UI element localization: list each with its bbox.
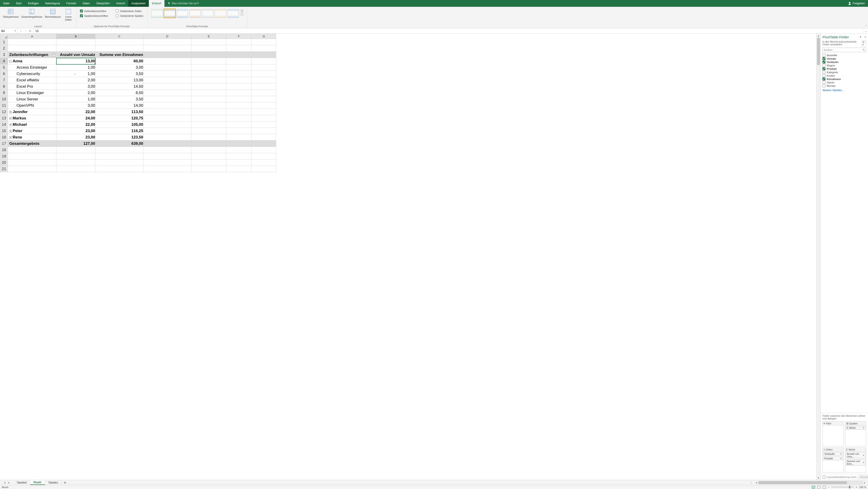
cell-B13[interactable]: 24,00 <box>56 115 95 121</box>
field-umsatz[interactable]: Umsatz <box>823 57 866 60</box>
cell-A3[interactable]: Zeilenbeschriftungen▼ <box>8 52 56 58</box>
area-item[interactable]: Verkäufer▼ <box>823 452 843 456</box>
cell-G15[interactable] <box>252 128 276 134</box>
cell-D19[interactable] <box>144 153 191 159</box>
expand-toggle[interactable]: + <box>9 111 12 113</box>
cell-A5[interactable]: Access Einsteiger <box>8 64 56 71</box>
cell-D4[interactable] <box>144 58 191 64</box>
row-header-3[interactable]: 3 <box>0 52 8 58</box>
cell-F21[interactable] <box>226 166 252 172</box>
cell-B5[interactable]: 1,00 <box>56 64 95 71</box>
style-thumb-selected[interactable] <box>164 9 175 18</box>
cell-B19[interactable] <box>56 153 95 159</box>
column-header-D[interactable]: D <box>144 34 191 39</box>
cell-C2[interactable] <box>95 45 144 52</box>
ribbon-tab-ansicht[interactable]: Ansicht <box>113 0 128 7</box>
view-pagebreak-button[interactable] <box>823 486 826 489</box>
field-bestellnr[interactable]: BestellNr <box>823 54 866 57</box>
expand-toggle[interactable]: - <box>9 60 12 63</box>
formula-input[interactable]: 13 <box>33 28 864 34</box>
cell-G17[interactable] <box>252 141 276 147</box>
cell-F10[interactable] <box>226 96 252 102</box>
cell-E15[interactable] <box>191 128 226 134</box>
cell-E13[interactable] <box>191 115 226 121</box>
row-header-7[interactable]: 7 <box>0 77 8 83</box>
cell-F4[interactable] <box>226 58 252 64</box>
cell-E21[interactable] <box>191 166 226 172</box>
cell-E16[interactable] <box>191 134 226 141</box>
cell-A2[interactable] <box>8 45 56 52</box>
cell-E20[interactable] <box>191 159 226 166</box>
zoom-in-button[interactable]: + <box>856 486 857 489</box>
row-header-11[interactable]: 11 <box>0 102 8 109</box>
cell-D5[interactable] <box>144 64 191 71</box>
cell-A18[interactable] <box>8 147 56 153</box>
formula-bar-expand[interactable]: ⌄ <box>864 28 868 34</box>
cell-D21[interactable] <box>144 166 191 172</box>
ribbon-tab-daten[interactable]: Daten <box>80 0 93 7</box>
cell-A20[interactable] <box>8 159 56 166</box>
cell-D6[interactable] <box>144 71 191 77</box>
cell-C10[interactable]: 3,50 <box>95 96 144 102</box>
cell-C19[interactable] <box>95 153 144 159</box>
cell-F7[interactable] <box>226 77 252 83</box>
col-headers-checkbox[interactable]: Spaltenüberschriften <box>80 14 108 17</box>
cell-C21[interactable] <box>95 166 144 172</box>
cell-C9[interactable]: 8,50 <box>95 90 144 96</box>
cell-F19[interactable] <box>226 153 252 159</box>
ribbon-tab-datei[interactable]: Datei <box>0 0 13 7</box>
cell-D18[interactable] <box>144 147 191 153</box>
cell-B16[interactable]: 23,00 <box>56 134 95 141</box>
row-header-21[interactable]: 21 <box>0 166 8 172</box>
cell-A21[interactable] <box>8 166 56 172</box>
cell-G21[interactable] <box>252 166 276 172</box>
cell-G1[interactable] <box>252 39 276 45</box>
cell-D17[interactable] <box>144 141 191 147</box>
cell-E6[interactable] <box>191 71 226 77</box>
row-header-9[interactable]: 9 <box>0 90 8 96</box>
cell-D14[interactable] <box>144 121 191 128</box>
add-sheet-button[interactable]: ⊕ <box>62 480 68 485</box>
row-header-12[interactable]: 12 <box>0 109 8 115</box>
cell-F18[interactable] <box>226 147 252 153</box>
cell-B18[interactable] <box>56 147 95 153</box>
banded-rows-checkbox[interactable]: Gebänderte Zeilen <box>116 9 144 12</box>
cell-F20[interactable] <box>226 159 252 166</box>
field-search-input[interactable]: Suchen <box>823 48 866 52</box>
cell-C4[interactable]: 60,00 <box>95 58 144 64</box>
row-header-4[interactable]: 4 <box>0 58 8 64</box>
cell-F3[interactable] <box>226 52 252 58</box>
select-all-corner[interactable] <box>0 34 8 39</box>
ribbon-tab-formeln[interactable]: Formeln <box>63 0 80 7</box>
cell-B15[interactable]: 23,00 <box>56 128 95 134</box>
cell-D2[interactable] <box>144 45 191 52</box>
cell-D8[interactable] <box>144 83 191 90</box>
cell-B17[interactable]: 127,00 <box>56 141 95 147</box>
cell-C8[interactable]: 14,50 <box>95 83 144 90</box>
area-item[interactable]: Anzahl von Ums...▼ <box>846 452 866 458</box>
cell-F9[interactable] <box>226 90 252 96</box>
ribbon-tab-analysieren[interactable]: Analysieren <box>128 0 149 7</box>
hscroll-right[interactable]: ► <box>863 482 867 484</box>
field-region[interactable]: Region <box>823 64 866 67</box>
area-values[interactable]: Σ WerteAnzahl von Ums...▼Summe von Einn.… <box>845 448 866 472</box>
ribbon-tab-seitenlayout[interactable]: Seitenlayout <box>42 0 63 7</box>
cell-B11[interactable]: 3,00 <box>56 102 95 109</box>
cell-B20[interactable] <box>56 159 95 166</box>
cell-F1[interactable] <box>226 39 252 45</box>
scroll-up-button[interactable]: ▲ <box>816 34 820 38</box>
cell-C13[interactable]: 120,75 <box>95 115 144 121</box>
cell-A8[interactable]: Excel Pro <box>8 83 56 90</box>
cell-F6[interactable] <box>226 71 252 77</box>
row-header-14[interactable]: 14 <box>0 121 8 128</box>
cell-G11[interactable] <box>252 102 276 109</box>
blankrows-button[interactable]: Leere Zeilen <box>63 8 74 22</box>
pane-dropdown-icon[interactable]: ▼ <box>859 36 862 38</box>
update-button[interactable]: Aktualisieren <box>859 475 868 479</box>
cell-F8[interactable] <box>226 83 252 90</box>
cell-A10[interactable]: Linux Server <box>8 96 56 102</box>
cell-G9[interactable] <box>252 90 276 96</box>
cell-A11[interactable]: OpenVPN <box>8 102 56 109</box>
hscroll-left[interactable]: ◄ <box>754 482 758 484</box>
row-header-19[interactable]: 19 <box>0 153 8 159</box>
